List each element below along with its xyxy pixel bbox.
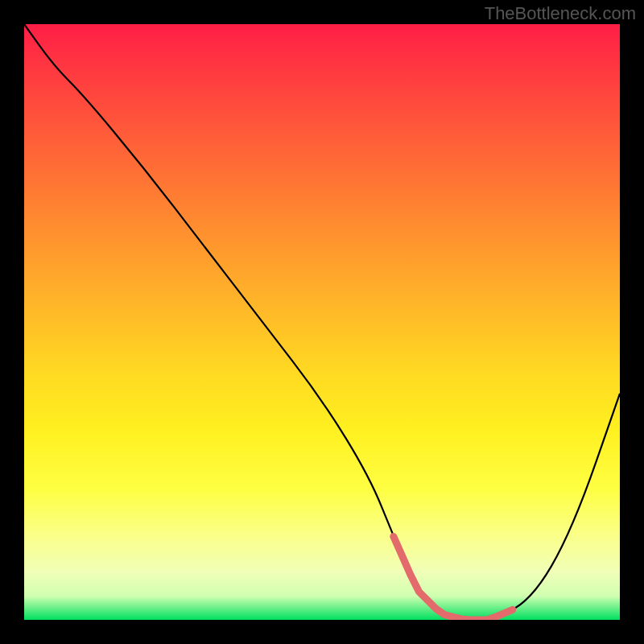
highlight-segment — [394, 536, 513, 620]
watermark-text: TheBottleneck.com — [485, 3, 636, 24]
chart-curve-svg — [24, 24, 620, 620]
bottleneck-curve-path — [24, 24, 620, 620]
chart-plot-area — [24, 24, 620, 620]
